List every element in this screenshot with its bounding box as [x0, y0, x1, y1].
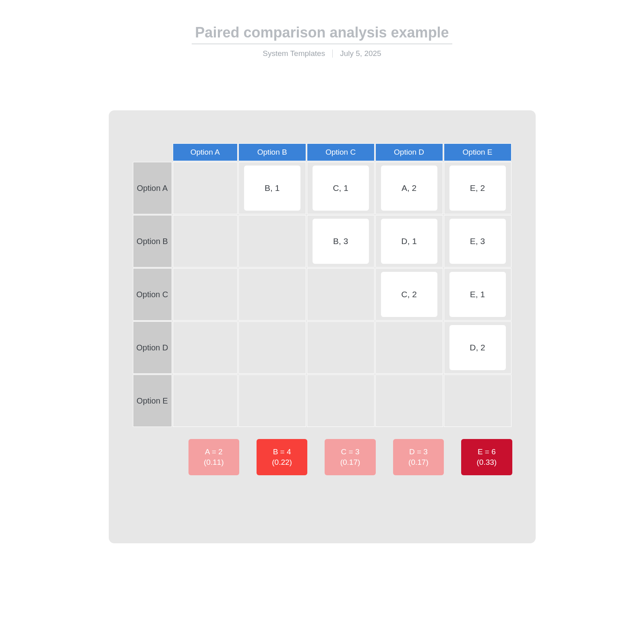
comparison-card[interactable]: C, 1 [313, 166, 369, 211]
meta-separator [332, 50, 333, 58]
grid-cell [173, 321, 238, 374]
comparison-card[interactable]: A, 2 [381, 166, 437, 211]
grid-cell: C, 1 [307, 162, 375, 214]
total-box: E = 6(0.33) [461, 439, 512, 475]
grid-cell: E, 3 [444, 215, 511, 267]
col-header: Option E [444, 143, 511, 161]
row-header: Option B [133, 215, 172, 267]
grid-cell: C, 2 [375, 268, 443, 321]
grid-cell: B, 1 [238, 162, 306, 214]
comparison-card[interactable]: B, 1 [244, 166, 300, 211]
grid-cell [173, 375, 238, 427]
grid-cell [238, 268, 306, 321]
grid-cell: D, 1 [375, 215, 443, 267]
comparison-card[interactable]: E, 3 [449, 219, 506, 264]
grid-cell [238, 321, 306, 374]
grid-cell [375, 375, 443, 427]
col-header: Option A [173, 143, 238, 161]
total-percent: (0.11) [204, 457, 224, 468]
total-percent: (0.17) [340, 457, 360, 468]
grid-cell [173, 162, 238, 214]
row-header: Option D [133, 321, 172, 374]
page-title: Paired comparison analysis example [192, 24, 452, 44]
total-percent: (0.17) [408, 457, 429, 468]
col-header: Option B [238, 143, 306, 161]
grid-cell [307, 321, 375, 374]
col-header: Option C [307, 143, 375, 161]
analysis-board: Option A Option B Option C Option D Opti… [109, 110, 536, 543]
comparison-card[interactable]: E, 1 [449, 272, 506, 317]
grid-cell [238, 375, 306, 427]
total-label: A = 2 [205, 447, 223, 457]
comparison-card[interactable]: C, 2 [381, 272, 437, 317]
grid-cell [307, 375, 375, 427]
row-header: Option A [133, 162, 172, 214]
row-header: Option C [133, 268, 172, 321]
col-header: Option D [375, 143, 443, 161]
total-percent: (0.33) [477, 457, 497, 468]
total-box: C = 3(0.17) [325, 439, 375, 475]
grid-cell [173, 268, 238, 321]
comparison-card[interactable]: D, 1 [381, 219, 437, 264]
comparison-card[interactable]: D, 2 [449, 325, 506, 370]
grid-cell: D, 2 [444, 321, 511, 374]
total-box: D = 3(0.17) [393, 439, 444, 475]
total-label: E = 6 [478, 447, 496, 457]
total-box: A = 2(0.11) [188, 439, 239, 475]
page-meta: System Templates July 5, 2025 [263, 49, 381, 58]
total-label: D = 3 [409, 447, 428, 457]
grid-corner [133, 143, 172, 161]
grid-cell: B, 3 [307, 215, 375, 267]
grid-cell: A, 2 [375, 162, 443, 214]
comparison-card[interactable]: B, 3 [313, 219, 369, 264]
total-percent: (0.22) [272, 457, 292, 468]
total-box: B = 4(0.22) [257, 439, 307, 475]
comparison-card[interactable]: E, 2 [449, 166, 506, 211]
grid-cell: E, 1 [444, 268, 511, 321]
date-label: July 5, 2025 [340, 49, 381, 58]
grid-cell [173, 215, 238, 267]
grid-cell: E, 2 [444, 162, 511, 214]
grid-cell [375, 321, 443, 374]
comparison-grid: Option A Option B Option C Option D Opti… [132, 143, 512, 428]
row-header: Option E [133, 375, 172, 427]
grid-cell [444, 375, 511, 427]
author-label: System Templates [263, 49, 325, 58]
grid-cell [307, 268, 375, 321]
grid-cell [238, 215, 306, 267]
total-label: B = 4 [273, 447, 291, 457]
total-label: C = 3 [341, 447, 360, 457]
totals-row: A = 2(0.11)B = 4(0.22)C = 3(0.17)D = 3(0… [132, 439, 512, 475]
